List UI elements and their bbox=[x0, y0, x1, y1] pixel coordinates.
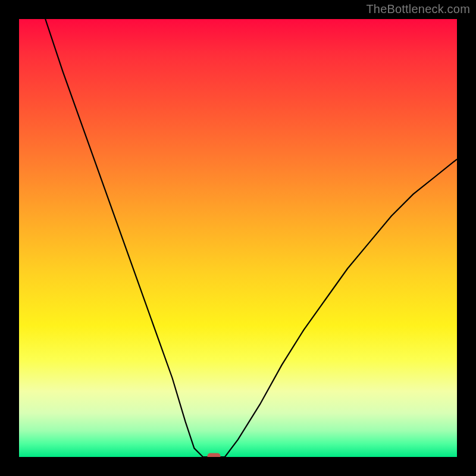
plot-area bbox=[19, 19, 457, 457]
curve-layer bbox=[19, 19, 457, 457]
watermark-text: TheBottleneck.com bbox=[366, 2, 470, 16]
optimum-marker bbox=[208, 453, 221, 458]
right-curve bbox=[225, 159, 457, 458]
chart-frame: TheBottleneck.com bbox=[0, 0, 476, 476]
left-curve bbox=[45, 19, 203, 457]
